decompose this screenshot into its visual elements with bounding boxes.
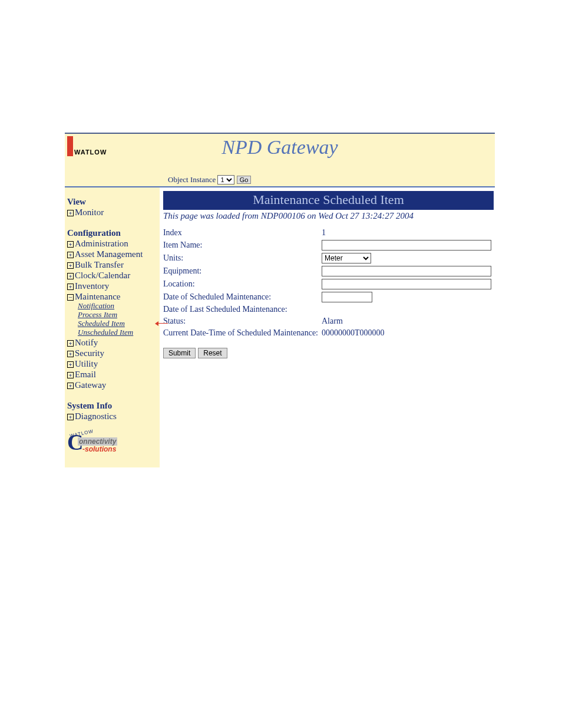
value-index: 1: [322, 227, 495, 239]
header: WATLOW NPD Gateway: [65, 134, 495, 175]
sidebar-item-bulk-transfer[interactable]: +Bulk Transfer: [67, 259, 157, 270]
sidebar-item-gateway[interactable]: +Gateway: [67, 380, 157, 390]
label-index: Index: [163, 227, 322, 239]
app-title: NPD Gateway: [222, 136, 338, 159]
object-instance-toolbar: Object Instance 1 Go: [65, 175, 495, 187]
equipment-input[interactable]: [322, 266, 491, 276]
sidebar-item-clock-calendar[interactable]: +Clock/Calendar: [67, 270, 157, 281]
label-equipment: Equipment:: [163, 265, 322, 278]
sidebar-section-configuration: Configuration: [67, 228, 157, 238]
sidebar-section-system-info: System Info: [67, 401, 157, 411]
sidebar-item-diagnostics[interactable]: +Diagnostics: [67, 411, 157, 421]
main-content: Maintenance Scheduled Item This page was…: [160, 187, 495, 358]
sidebar-section-view: View: [67, 197, 157, 207]
date-scheduled-input[interactable]: [322, 292, 372, 302]
sidebar-item-notify[interactable]: +Notify: [67, 337, 157, 348]
sidebar-item-administration[interactable]: +Administration: [67, 238, 157, 249]
sidebar-item-security[interactable]: +Security: [67, 348, 157, 358]
sidebar-item-email[interactable]: +Email: [67, 369, 157, 380]
label-current-dt: Current Date-Time of Scheduled Maintenan…: [163, 327, 322, 339]
brand-text: WATLOW: [74, 149, 107, 156]
sidebar-subitem-unscheduled-item[interactable]: Unscheduled Item: [78, 328, 157, 337]
value-current-dt: 00000000T000000: [322, 327, 495, 339]
label-status: Status:: [163, 315, 322, 327]
sidebar: View +Monitor Configuration +Administrat…: [65, 187, 160, 467]
sidebar-item-utility[interactable]: +Utility: [67, 358, 157, 369]
loaded-info: This page was loaded from NDP000106 on W…: [163, 210, 495, 227]
label-item-name: Item Name:: [163, 239, 322, 252]
label-date-scheduled: Date of Scheduled Maintenance:: [163, 291, 322, 304]
sidebar-item-asset-management[interactable]: +Asset Management: [67, 249, 157, 259]
label-location: Location:: [163, 278, 322, 291]
connectivity-logo: WATLOW C onnectivity -solutions: [67, 432, 120, 456]
brand-logo: WATLOW: [65, 134, 107, 156]
location-input[interactable]: [322, 279, 491, 289]
item-name-input[interactable]: [322, 240, 491, 251]
sidebar-item-monitor[interactable]: +Monitor: [67, 207, 157, 218]
reset-button[interactable]: Reset: [198, 348, 227, 358]
object-instance-select[interactable]: 1: [217, 175, 234, 185]
page-title: Maintenance Scheduled Item: [163, 191, 494, 210]
sidebar-item-maintenance[interactable]: –Maintenance: [67, 291, 157, 302]
sidebar-subitem-process-item[interactable]: Process Item: [78, 311, 157, 319]
go-button[interactable]: Go: [237, 176, 252, 184]
value-status: Alarm: [322, 315, 495, 327]
label-units: Units:: [163, 252, 322, 265]
sidebar-subitem-notification[interactable]: Notification: [78, 302, 157, 311]
form-table: Index 1 Item Name: Units: Meter E: [163, 227, 495, 339]
object-instance-label: Object Instance: [168, 175, 216, 184]
sidebar-subitem-scheduled-item[interactable]: Scheduled Item: [78, 319, 157, 328]
brand-bar-icon: [67, 136, 73, 156]
label-date-last: Date of Last Scheduled Maintenance:: [163, 304, 322, 315]
units-select[interactable]: Meter: [322, 253, 371, 263]
submit-button[interactable]: Submit: [163, 348, 196, 358]
sidebar-item-inventory[interactable]: +Inventory: [67, 281, 157, 291]
